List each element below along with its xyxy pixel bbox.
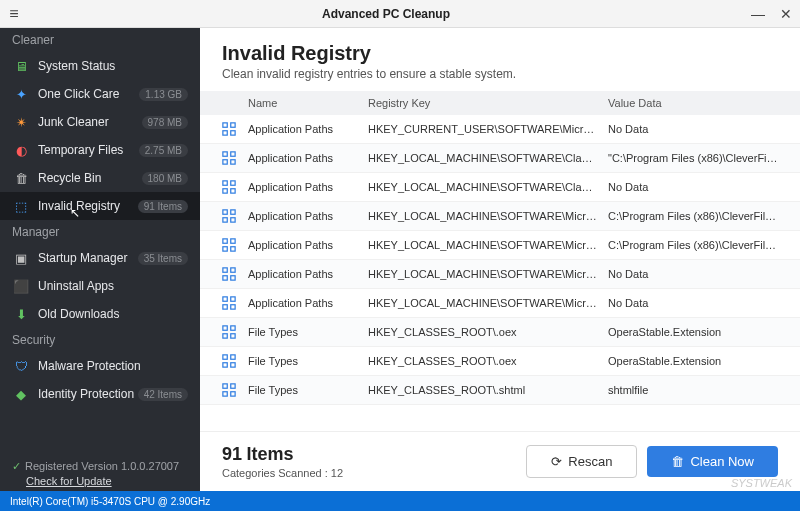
registry-icon — [222, 267, 248, 281]
svg-rect-5 — [231, 152, 235, 156]
sidebar-item-temp-files[interactable]: ◐ Temporary Files 2.75 MB — [0, 136, 200, 164]
svg-rect-17 — [231, 239, 235, 243]
table-header: Name Registry Key Value Data — [200, 91, 800, 115]
svg-rect-25 — [231, 297, 235, 301]
sidebar-item-label: Startup Manager — [38, 251, 138, 265]
cpu-info: Intel(R) Core(TM) i5-3470S CPU @ 2.90GHz — [10, 496, 210, 507]
sidebar-item-system-status[interactable]: 🖥 System Status — [0, 52, 200, 80]
monitor-icon: 🖥 — [12, 58, 30, 74]
svg-rect-3 — [231, 131, 235, 135]
clean-now-button[interactable]: 🗑 Clean Now — [647, 446, 778, 477]
registry-icon — [222, 325, 248, 339]
svg-rect-32 — [223, 355, 227, 359]
svg-rect-27 — [231, 305, 235, 309]
row-key: HKEY_CLASSES_ROOT\.shtml — [368, 384, 608, 396]
status-bar: Intel(R) Core(TM) i5-3470S CPU @ 2.90GHz — [0, 491, 800, 511]
svg-rect-0 — [223, 123, 227, 127]
size-badge: 91 Items — [138, 200, 188, 213]
menu-icon[interactable]: ≡ — [0, 5, 28, 23]
table-row[interactable]: File TypesHKEY_CLASSES_ROOT\.shtmlshtmlf… — [200, 376, 800, 405]
sidebar-item-recycle-bin[interactable]: 🗑 Recycle Bin 180 MB — [0, 164, 200, 192]
sidebar-item-label: Identity Protection — [38, 387, 138, 401]
section-cleaner: Cleaner — [0, 28, 200, 52]
row-value: No Data — [608, 268, 778, 280]
table-body[interactable]: Application PathsHKEY_CURRENT_USER\SOFTW… — [200, 115, 800, 431]
shield-icon: 🛡 — [12, 358, 30, 374]
main-panel: Invalid Registry Clean invalid registry … — [200, 28, 800, 491]
size-badge: 35 Items — [138, 252, 188, 265]
table-row[interactable]: Application PathsHKEY_LOCAL_MACHINE\SOFT… — [200, 289, 800, 318]
sidebar-item-one-click[interactable]: ✦ One Click Care 1.13 GB — [0, 80, 200, 108]
svg-rect-36 — [223, 384, 227, 388]
svg-rect-6 — [223, 160, 227, 164]
registry-icon — [222, 383, 248, 397]
section-manager: Manager — [0, 220, 200, 244]
row-key: HKEY_CLASSES_ROOT\.oex — [368, 355, 608, 367]
uninstall-icon: ⬛ — [12, 278, 30, 294]
lock-icon: ◆ — [12, 386, 30, 402]
row-value: shtmlfile — [608, 384, 778, 396]
svg-rect-37 — [231, 384, 235, 388]
main-footer: 91 Items Categories Scanned : 12 ⟳ Resca… — [200, 431, 800, 491]
row-key: HKEY_LOCAL_MACHINE\SOFTWARE\Microsoft\Wi… — [368, 268, 608, 280]
row-key: HKEY_LOCAL_MACHINE\SOFTWARE\Classes\Appl… — [368, 152, 608, 164]
svg-rect-14 — [223, 218, 227, 222]
row-key: HKEY_LOCAL_MACHINE\SOFTWARE\Microsoft\Wi… — [368, 297, 608, 309]
summary: 91 Items Categories Scanned : 12 — [222, 444, 526, 479]
sidebar-item-label: Malware Protection — [38, 359, 188, 373]
svg-rect-13 — [231, 210, 235, 214]
svg-rect-2 — [223, 131, 227, 135]
sidebar-item-label: Old Downloads — [38, 307, 188, 321]
registry-icon — [222, 238, 248, 252]
table-row[interactable]: Application PathsHKEY_LOCAL_MACHINE\SOFT… — [200, 202, 800, 231]
row-value: No Data — [608, 123, 778, 135]
sidebar-item-old-downloads[interactable]: ⬇ Old Downloads — [0, 300, 200, 328]
sidebar-item-invalid-registry[interactable]: ⬚ Invalid Registry 91 Items ↖ — [0, 192, 200, 220]
sidebar-item-startup[interactable]: ▣ Startup Manager 35 Items — [0, 244, 200, 272]
registry-icon — [222, 180, 248, 194]
table-row[interactable]: File TypesHKEY_CLASSES_ROOT\.oexOperaSta… — [200, 347, 800, 376]
close-button[interactable]: ✕ — [772, 6, 800, 22]
col-key: Registry Key — [368, 97, 608, 109]
broom-icon: ✴ — [12, 114, 30, 130]
sidebar-item-label: One Click Care — [38, 87, 139, 101]
table-row[interactable]: Application PathsHKEY_LOCAL_MACHINE\SOFT… — [200, 144, 800, 173]
sidebar-item-uninstall[interactable]: ⬛ Uninstall Apps — [0, 272, 200, 300]
clock-icon: ◐ — [12, 142, 30, 158]
rescan-button[interactable]: ⟳ Rescan — [526, 445, 637, 478]
size-badge: 180 MB — [142, 172, 188, 185]
svg-rect-28 — [223, 326, 227, 330]
window-title: Advanced PC Cleanup — [28, 7, 744, 21]
sidebar-item-label: System Status — [38, 59, 188, 73]
sidebar-item-label: Invalid Registry — [38, 199, 138, 213]
svg-rect-18 — [223, 247, 227, 251]
sidebar-item-identity[interactable]: ◆ Identity Protection 42 Items — [0, 380, 200, 408]
svg-rect-26 — [223, 305, 227, 309]
table-row[interactable]: Application PathsHKEY_CURRENT_USER\SOFTW… — [200, 115, 800, 144]
row-value: C:\Program Files (x86)\CleverFile... — [608, 239, 778, 251]
section-security: Security — [0, 328, 200, 352]
item-count: 91 — [222, 444, 242, 464]
registry-icon — [222, 354, 248, 368]
minimize-button[interactable]: — — [744, 6, 772, 22]
items-label: Items — [246, 444, 293, 464]
table-row[interactable]: Application PathsHKEY_LOCAL_MACHINE\SOFT… — [200, 260, 800, 289]
row-value: OperaStable.Extension — [608, 326, 778, 338]
watermark: SYSTWEAK — [731, 477, 792, 489]
trash-icon: 🗑 — [671, 454, 684, 469]
table-row[interactable]: Application PathsHKEY_LOCAL_MACHINE\SOFT… — [200, 231, 800, 260]
registry-icon — [222, 151, 248, 165]
sidebar-item-label: Junk Cleaner — [38, 115, 142, 129]
svg-rect-19 — [231, 247, 235, 251]
size-badge: 978 MB — [142, 116, 188, 129]
svg-rect-15 — [231, 218, 235, 222]
check-update-link[interactable]: Check for Update — [26, 475, 188, 487]
table-row[interactable]: Application PathsHKEY_LOCAL_MACHINE\SOFT… — [200, 173, 800, 202]
row-key: HKEY_CLASSES_ROOT\.oex — [368, 326, 608, 338]
download-icon: ⬇ — [12, 306, 30, 322]
sidebar-item-malware[interactable]: 🛡 Malware Protection — [0, 352, 200, 380]
row-name: Application Paths — [248, 181, 368, 193]
sidebar-item-label: Recycle Bin — [38, 171, 142, 185]
sidebar-item-junk-cleaner[interactable]: ✴ Junk Cleaner 978 MB — [0, 108, 200, 136]
table-row[interactable]: File TypesHKEY_CLASSES_ROOT\.oexOperaSta… — [200, 318, 800, 347]
